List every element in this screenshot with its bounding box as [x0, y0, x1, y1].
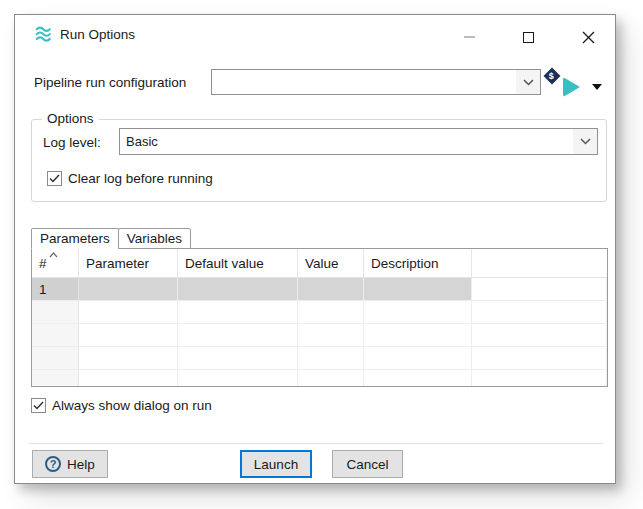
parameter-cell[interactable]: [79, 370, 178, 387]
table-row[interactable]: [32, 347, 607, 370]
description-cell[interactable]: [364, 370, 472, 387]
default-value-cell[interactable]: [178, 370, 298, 387]
tab-parameters[interactable]: Parameters: [31, 228, 119, 249]
options-group: Options Log level: Basic Clear log befor…: [31, 119, 607, 202]
default-value-cell[interactable]: [178, 324, 298, 346]
default-value-cell[interactable]: [178, 301, 298, 323]
value-cell[interactable]: [298, 324, 364, 346]
close-button[interactable]: [576, 26, 600, 48]
chevron-down-icon: [523, 79, 534, 86]
value-cell[interactable]: [298, 370, 364, 387]
tabstrip: Parameters Variables: [31, 228, 191, 248]
row-number-cell[interactable]: [32, 324, 79, 346]
parameter-cell[interactable]: [79, 347, 178, 369]
row-number-cell[interactable]: [32, 370, 79, 387]
button-separator: [29, 443, 603, 444]
table-row[interactable]: 1: [32, 278, 607, 301]
filler-cell: [472, 301, 607, 323]
always-show-label: Always show dialog on run: [52, 398, 212, 413]
always-show-checkbox-row: Always show dialog on run: [31, 398, 212, 413]
parameters-table: # Parameter Default value Value Descript…: [31, 248, 608, 387]
default-value-cell[interactable]: [178, 278, 298, 300]
value-cell[interactable]: [298, 301, 364, 323]
column-header-default-value[interactable]: Default value: [178, 249, 298, 277]
help-button[interactable]: ? Help: [32, 450, 108, 478]
filler-cell: [472, 347, 607, 369]
row-number-cell[interactable]: [32, 301, 79, 323]
clear-log-checkbox-row: Clear log before running: [47, 171, 213, 186]
value-cell[interactable]: [298, 347, 364, 369]
checkmark-icon: [49, 174, 60, 183]
column-header-number[interactable]: #: [32, 249, 79, 277]
description-cell[interactable]: [364, 347, 472, 369]
maximize-button[interactable]: [516, 26, 540, 48]
chevron-down-icon: [580, 138, 591, 145]
column-header-value[interactable]: Value: [298, 249, 364, 277]
log-level-combo[interactable]: Basic: [119, 128, 598, 155]
cancel-button[interactable]: Cancel: [332, 450, 403, 478]
parameter-cell[interactable]: [79, 324, 178, 346]
dialog-title: Run Options: [60, 27, 135, 42]
pipeline-config-label: Pipeline run configuration: [34, 75, 186, 90]
table-row[interactable]: [32, 324, 607, 347]
column-header-parameter[interactable]: Parameter: [79, 249, 178, 277]
close-icon: [582, 31, 595, 44]
help-button-label: Help: [67, 457, 95, 472]
tab-variables[interactable]: Variables: [118, 228, 191, 249]
minimize-button[interactable]: [457, 26, 481, 48]
run-play-icon[interactable]: [563, 77, 580, 97]
dropdown-caret-icon[interactable]: [592, 84, 602, 90]
description-cell[interactable]: [364, 324, 472, 346]
default-value-cell[interactable]: [178, 347, 298, 369]
sort-ascending-icon: [49, 252, 58, 258]
value-cell[interactable]: [298, 278, 364, 300]
pipeline-config-combo[interactable]: [211, 69, 541, 95]
table-row[interactable]: [32, 301, 607, 324]
log-level-label: Log level:: [43, 135, 101, 150]
pipeline-config-dropdown-button[interactable]: [516, 70, 540, 94]
clear-log-label: Clear log before running: [68, 171, 213, 186]
log-level-dropdown-button[interactable]: [573, 129, 597, 154]
maximize-icon: [523, 32, 534, 43]
description-cell[interactable]: [364, 278, 472, 300]
description-cell[interactable]: [364, 301, 472, 323]
filler-cell: [472, 324, 607, 346]
always-show-checkbox[interactable]: [31, 398, 46, 413]
parameter-cell[interactable]: [79, 278, 178, 300]
cancel-button-label: Cancel: [346, 457, 388, 472]
filler-cell: [472, 370, 607, 387]
run-options-dialog: Run Options Pipeline run configuration $…: [14, 14, 616, 484]
minimize-icon: [464, 36, 475, 38]
parameter-cell[interactable]: [79, 301, 178, 323]
launch-button-label: Launch: [254, 457, 298, 472]
column-header-description[interactable]: Description: [364, 249, 472, 277]
table-row[interactable]: [32, 370, 607, 387]
row-number-cell[interactable]: 1: [32, 278, 79, 300]
clear-log-checkbox[interactable]: [47, 171, 62, 186]
help-icon: ?: [45, 456, 61, 472]
table-header-row: # Parameter Default value Value Descript…: [32, 249, 607, 278]
row-number-cell[interactable]: [32, 347, 79, 369]
hop-logo-icon: [35, 26, 53, 43]
log-level-value: Basic: [120, 134, 573, 149]
variable-diamond-icon: $: [544, 68, 561, 85]
options-group-legend: Options: [42, 111, 99, 126]
filler-cell: [472, 278, 607, 300]
launch-button[interactable]: Launch: [240, 450, 312, 478]
checkmark-icon: [33, 401, 44, 410]
titlebar: Run Options: [15, 15, 615, 53]
column-header-filler: [472, 249, 607, 277]
